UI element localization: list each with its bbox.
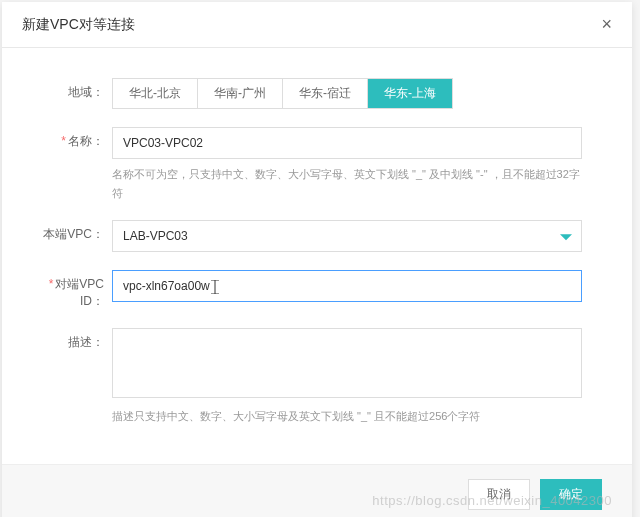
region-tab-suqian[interactable]: 华东-宿迁 — [283, 79, 368, 108]
name-help-text: 名称不可为空，只支持中文、数字、大小写字母、英文下划线 "_" 及中划线 "-"… — [112, 165, 582, 202]
confirm-button[interactable]: 确定 — [540, 479, 602, 510]
cancel-button[interactable]: 取消 — [468, 479, 530, 510]
local-vpc-value: LAB-VPC03 — [123, 229, 188, 243]
modal-footer: 取消 确定 — [2, 464, 632, 517]
local-vpc-select[interactable]: LAB-VPC03 — [112, 220, 582, 252]
modal-body: 地域： 华北-北京 华南-广州 华东-宿迁 华东-上海 *名称： 名称不可为空，… — [2, 48, 632, 464]
field-local-vpc: 本端VPC： LAB-VPC03 — [32, 220, 602, 252]
description-textarea[interactable] — [112, 328, 582, 398]
name-label: *名称： — [32, 127, 112, 150]
field-peer-vpc-id: *对端VPC ID： vpc-xln67oa00w — [32, 270, 602, 310]
peer-vpc-id-label: *对端VPC ID： — [32, 270, 112, 310]
peer-vpc-id-input[interactable]: vpc-xln67oa00w — [112, 270, 582, 302]
close-icon[interactable]: × — [601, 14, 612, 35]
modal-header: 新建VPC对等连接 × — [2, 2, 632, 48]
modal-title: 新建VPC对等连接 — [22, 16, 135, 34]
field-name: *名称： 名称不可为空，只支持中文、数字、大小写字母、英文下划线 "_" 及中划… — [32, 127, 602, 202]
region-tab-beijing[interactable]: 华北-北京 — [113, 79, 198, 108]
region-tabs: 华北-北京 华南-广州 华东-宿迁 华东-上海 — [112, 78, 453, 109]
create-vpc-peering-modal: 新建VPC对等连接 × 地域： 华北-北京 华南-广州 华东-宿迁 华东-上海 … — [2, 2, 632, 517]
name-input[interactable] — [112, 127, 582, 159]
field-description: 描述： 描述只支持中文、数字、大小写字母及英文下划线 "_" 且不能超过256个… — [32, 328, 602, 426]
local-vpc-label: 本端VPC： — [32, 220, 112, 243]
description-help-text: 描述只支持中文、数字、大小写字母及英文下划线 "_" 且不能超过256个字符 — [112, 407, 582, 426]
region-label: 地域： — [32, 78, 112, 101]
description-label: 描述： — [32, 328, 112, 351]
region-tab-guangzhou[interactable]: 华南-广州 — [198, 79, 283, 108]
region-tab-shanghai[interactable]: 华东-上海 — [368, 79, 452, 108]
text-cursor-icon — [210, 280, 220, 297]
field-region: 地域： 华北-北京 华南-广州 华东-宿迁 华东-上海 — [32, 78, 602, 109]
